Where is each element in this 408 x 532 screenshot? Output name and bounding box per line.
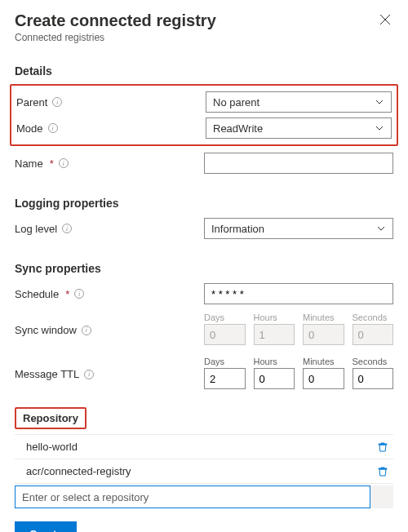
delete-icon[interactable] bbox=[377, 466, 388, 477]
panel-header: Create connected registry Connected regi… bbox=[15, 11, 393, 43]
days-label: Days bbox=[204, 313, 246, 322]
sync-window-group: Days Hours Minutes Seconds bbox=[204, 313, 393, 345]
loglevel-select-value: Information bbox=[211, 223, 264, 235]
ttl-label: Message TTL bbox=[15, 368, 79, 380]
ttl-hours-input[interactable] bbox=[254, 368, 295, 389]
syncwindow-label: Sync window bbox=[15, 324, 77, 336]
days-label: Days bbox=[204, 357, 246, 366]
required-asterisk: * bbox=[50, 157, 54, 170]
mode-label: Mode bbox=[16, 122, 43, 135]
section-details-title: Details bbox=[15, 64, 393, 78]
info-icon[interactable]: i bbox=[52, 97, 62, 107]
panel-subtitle: Connected registries bbox=[15, 32, 393, 43]
minutes-label: Minutes bbox=[303, 313, 344, 322]
repository-row: hello-world bbox=[15, 435, 393, 459]
info-icon[interactable]: i bbox=[59, 158, 69, 168]
details-highlight-box: Parent i No parent Mode i ReadWrite bbox=[10, 84, 398, 146]
ttl-seconds-input[interactable] bbox=[353, 368, 394, 389]
repository-input[interactable] bbox=[15, 485, 370, 508]
syncwindow-hours-input bbox=[254, 324, 295, 345]
info-icon[interactable]: i bbox=[62, 224, 72, 233]
parent-select-value: No parent bbox=[213, 96, 259, 109]
required-asterisk: * bbox=[65, 288, 69, 300]
chevron-down-icon bbox=[375, 97, 384, 107]
info-icon[interactable]: i bbox=[84, 370, 94, 379]
section-sync-title: Sync properties bbox=[15, 262, 393, 275]
delete-icon[interactable] bbox=[377, 441, 388, 453]
hours-label: Hours bbox=[254, 357, 295, 366]
mode-select-value: ReadWrite bbox=[213, 122, 263, 135]
parent-label: Parent bbox=[16, 96, 47, 109]
info-icon[interactable]: i bbox=[48, 123, 58, 133]
info-icon[interactable]: i bbox=[82, 326, 91, 335]
section-logging-title: Logging properties bbox=[15, 197, 393, 210]
create-button[interactable]: Create bbox=[15, 521, 77, 532]
schedule-label: Schedule bbox=[15, 288, 59, 300]
repository-add-button[interactable] bbox=[370, 485, 393, 508]
loglevel-select[interactable]: Information bbox=[204, 218, 393, 239]
repository-row: acr/connected-registry bbox=[15, 459, 393, 484]
repository-list: hello-world acr/connected-registry bbox=[15, 434, 393, 484]
parent-select[interactable]: No parent bbox=[206, 91, 392, 113]
close-icon[interactable] bbox=[377, 11, 393, 28]
ttl-minutes-input[interactable] bbox=[303, 368, 344, 389]
chevron-down-icon bbox=[375, 123, 384, 133]
seconds-label: Seconds bbox=[353, 357, 394, 366]
ttl-group: Days Hours Minutes Seconds bbox=[204, 357, 393, 389]
hours-label: Hours bbox=[254, 313, 295, 322]
seconds-label: Seconds bbox=[353, 313, 394, 322]
name-input[interactable] bbox=[204, 153, 393, 174]
schedule-input[interactable] bbox=[204, 283, 393, 304]
syncwindow-days-input bbox=[204, 324, 246, 345]
syncwindow-minutes-input bbox=[303, 324, 344, 345]
loglevel-label: Log level bbox=[15, 223, 57, 235]
info-icon[interactable]: i bbox=[74, 289, 84, 299]
minutes-label: Minutes bbox=[303, 357, 344, 366]
repository-heading: Repository bbox=[15, 407, 86, 429]
mode-select[interactable]: ReadWrite bbox=[206, 117, 392, 139]
chevron-down-icon bbox=[376, 224, 386, 233]
name-label: Name bbox=[15, 157, 43, 170]
repository-name: acr/connected-registry bbox=[26, 465, 131, 477]
repository-name: hello-world bbox=[26, 441, 78, 453]
ttl-days-input[interactable] bbox=[204, 368, 246, 389]
syncwindow-seconds-input bbox=[353, 324, 394, 345]
panel-title: Create connected registry bbox=[15, 11, 393, 30]
